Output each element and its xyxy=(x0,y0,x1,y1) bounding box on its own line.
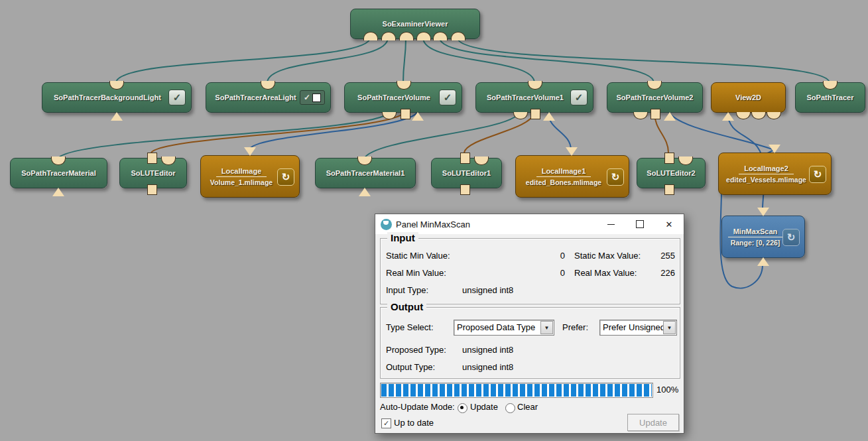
input-group-legend: Input xyxy=(387,232,418,243)
input-type-label: Input Type: xyxy=(386,285,428,295)
scene-output-connector[interactable] xyxy=(161,157,176,165)
prefer-dropdown[interactable]: Prefer Unsigned ▼ xyxy=(599,320,677,336)
chevron-down-icon: ▼ xyxy=(544,325,550,331)
window-title: Panel MinMaxScan xyxy=(396,220,470,229)
scene-output-connector[interactable] xyxy=(51,157,66,165)
node-sopathtracervolume[interactable]: SoPathTracerVolume ✓ xyxy=(344,82,462,113)
scene-output-connector[interactable] xyxy=(261,81,275,90)
node-localimage[interactable]: LocalImage Volume_1.mlimage ↻ xyxy=(200,155,300,198)
node-soluteditor2[interactable]: SoLUTEditor2 xyxy=(637,158,706,188)
lut-output-connector[interactable] xyxy=(460,153,470,164)
node-filename: Volume_1.mlimage xyxy=(210,178,273,186)
node-filename: edited_Vessels.mlimage xyxy=(726,176,806,184)
node-sopathtracermaterial1[interactable]: SoPathTracerMaterial1 xyxy=(315,158,416,188)
edge-material-volume xyxy=(58,113,389,158)
scene-output-connector[interactable] xyxy=(647,81,662,90)
node-sopathtracermaterial[interactable]: SoPathTracerMaterial xyxy=(10,158,107,188)
check-square-badge[interactable]: ✓ xyxy=(300,90,325,105)
dropdown-button[interactable]: ▼ xyxy=(663,321,676,334)
static-max-value: 255 xyxy=(646,251,675,261)
lut-output-connector[interactable] xyxy=(147,153,157,164)
node-soluteditor1[interactable]: SoLUTEditor1 xyxy=(431,158,502,188)
scene-output-connector[interactable] xyxy=(357,157,372,165)
reload-glyph: ↻ xyxy=(787,231,796,243)
chevron-down-icon: ▼ xyxy=(667,325,672,331)
node-label: SoLUTEditor2 xyxy=(647,169,695,177)
mevislab-app-icon xyxy=(381,219,392,230)
node-sopathtracer[interactable]: SoPathTracer xyxy=(795,82,865,113)
update-button-label: Update xyxy=(639,418,667,428)
scene-output-connector[interactable] xyxy=(528,81,542,90)
minimize-button[interactable] xyxy=(596,214,625,234)
lut-input-connector[interactable] xyxy=(664,184,674,195)
lut-output-connector[interactable] xyxy=(664,153,674,164)
maximize-button[interactable] xyxy=(625,214,654,234)
close-button[interactable]: ✕ xyxy=(654,214,684,234)
up-to-date-checkbox[interactable]: ✓ xyxy=(381,418,391,428)
auto-update-mode-label: Auto-Update Mode: xyxy=(380,402,455,412)
node-soexaminerviewer[interactable]: SoExaminerViewer xyxy=(350,9,480,39)
node-filename: edited_Bones.mlimage xyxy=(526,178,601,186)
reload-icon[interactable]: ↻ xyxy=(607,168,624,186)
enabled-checkbox-icon[interactable]: ✓ xyxy=(570,90,588,105)
enabled-checkbox-icon[interactable]: ✓ xyxy=(168,90,186,105)
node-view2d[interactable]: View2D xyxy=(711,82,786,113)
node-sopathtracervolume1[interactable]: SoPathTracerVolume1 ✓ xyxy=(475,82,593,113)
node-sopathtracervolume2[interactable]: SoPathTracerVolume2 xyxy=(607,82,703,113)
scene-input-connector[interactable] xyxy=(451,32,465,40)
output-group-legend: Output xyxy=(387,301,426,312)
lut-input-connector[interactable] xyxy=(460,184,470,195)
window-titlebar[interactable]: Panel MinMaxScan ✕ xyxy=(375,214,684,234)
enabled-checkbox-icon[interactable]: ✓ xyxy=(439,90,456,105)
lut-input-connector[interactable] xyxy=(147,184,157,195)
reload-icon[interactable]: ↻ xyxy=(809,166,826,183)
node-label: SoPathTracerVolume2 xyxy=(617,94,694,101)
node-sopathtracerbackgroundlight[interactable]: SoPathTracerBackgroundLight ✓ xyxy=(42,82,192,113)
dropdown-button[interactable]: ▼ xyxy=(540,321,553,334)
scene-output-connector[interactable] xyxy=(678,157,693,165)
prefer-label: Prefer: xyxy=(562,322,588,332)
network-canvas: SoExaminerViewer SoPathTracerBackgroundL… xyxy=(0,0,868,441)
proposed-type-value: unsigned int8 xyxy=(462,345,513,355)
node-label: SoExaminerViewer xyxy=(383,20,448,28)
lut-input-connector[interactable] xyxy=(401,109,410,119)
node-label: SoPathTracerMaterial1 xyxy=(326,169,405,177)
reload-glyph: ↻ xyxy=(611,171,620,183)
scene-input-connector[interactable] xyxy=(416,32,431,40)
minimize-icon xyxy=(607,224,615,225)
check-icon: ✓ xyxy=(304,94,310,101)
prefer-value: Prefer Unsigned xyxy=(603,322,665,332)
scene-input-connector[interactable] xyxy=(433,32,448,40)
square-icon xyxy=(312,94,321,102)
scene-output-connector[interactable] xyxy=(397,81,411,90)
scene-output-connector[interactable] xyxy=(474,157,489,165)
clear-radio-label[interactable]: Clear xyxy=(517,402,538,412)
progress-percent: 100% xyxy=(656,385,678,395)
scene-input-connector[interactable] xyxy=(363,32,378,40)
scene-output-connector[interactable] xyxy=(823,81,837,90)
node-label: SoLUTEditor xyxy=(131,169,175,177)
update-radio-label[interactable]: Update xyxy=(470,402,498,412)
clear-radio[interactable] xyxy=(505,403,515,413)
node-sopathtracerarealight[interactable]: SoPathTracerAreaLight ✓ xyxy=(206,82,331,113)
type-select-label: Type Select: xyxy=(386,322,434,332)
node-soluteditor[interactable]: SoLUTEditor xyxy=(119,158,187,188)
reload-icon[interactable]: ↻ xyxy=(277,168,294,186)
update-button[interactable]: Update xyxy=(627,414,679,431)
reload-glyph: ↻ xyxy=(282,171,290,183)
node-localimage1[interactable]: LocalImage1 edited_Bones.mlimage ↻ xyxy=(515,155,629,198)
scene-output-connector[interactable] xyxy=(109,81,124,90)
maximize-icon xyxy=(636,220,644,228)
node-minmaxscan[interactable]: MinMaxScan Range: [0, 226] ↻ xyxy=(721,216,805,258)
reload-icon[interactable]: ↻ xyxy=(782,229,800,246)
node-localimage2[interactable]: LocalImage2 edited_Vessels.mlimage ↻ xyxy=(718,153,832,195)
node-range: Range: [0, 226] xyxy=(731,239,780,247)
type-select-dropdown[interactable]: Proposed Data Type ▼ xyxy=(454,320,554,336)
node-label: View2D xyxy=(735,94,761,101)
update-radio[interactable] xyxy=(458,403,467,413)
lut-input-connector[interactable] xyxy=(651,109,660,119)
real-max-value: 226 xyxy=(646,268,675,278)
scene-input-connector[interactable] xyxy=(399,32,414,40)
scene-input-connector[interactable] xyxy=(381,32,396,40)
lut-input-connector[interactable] xyxy=(530,109,540,119)
